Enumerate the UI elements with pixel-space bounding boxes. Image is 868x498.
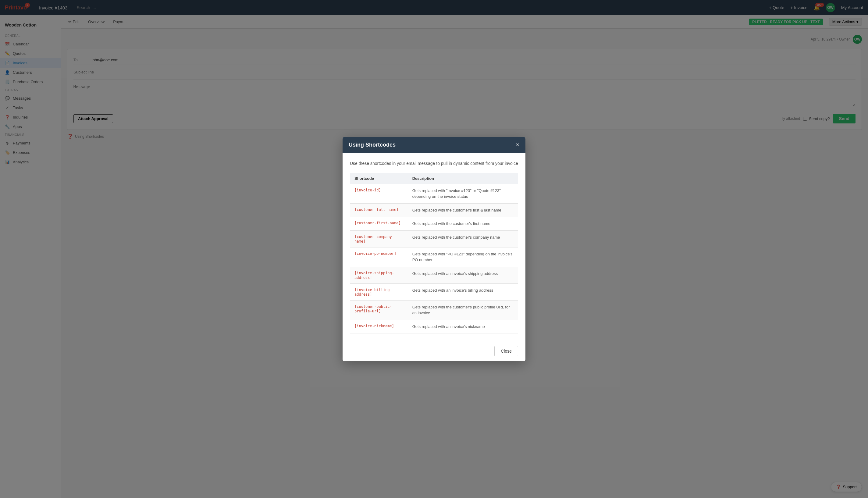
table-row: [invoice-nickname] Gets replaced with an… (350, 320, 518, 333)
shortcodes-table: Shortcode Description [invoice-id] Gets … (350, 173, 518, 334)
modal-header: Using Shortcodes × (343, 137, 525, 153)
shortcode-description: Gets replaced with the customer's first … (408, 203, 518, 217)
table-row: [invoice-po-number] Gets replaced with "… (350, 247, 518, 267)
shortcode-code: [invoice-id] (354, 188, 381, 192)
shortcode-description: Gets replaced with the customer's first … (408, 217, 518, 231)
shortcode-code: [customer-public-profile-url] (354, 304, 392, 313)
shortcode-description: Gets replaced with an invoice's nickname (408, 320, 518, 333)
table-row: [invoice-billing-address] Gets replaced … (350, 284, 518, 300)
table-row: [customer-full-name] Gets replaced with … (350, 203, 518, 217)
table-row: [invoice-shipping-address] Gets replaced… (350, 267, 518, 284)
shortcode-code: [customer-first-name] (354, 221, 401, 225)
shortcode-code: [customer-full-name] (354, 208, 399, 212)
shortcode-code: [invoice-billing-address] (354, 288, 392, 297)
shortcode-col-header: Shortcode (350, 173, 408, 184)
modal-body: Use these shortcodes in your email messa… (343, 153, 525, 341)
shortcode-description: Gets replaced with "Invoice #123" or "Qu… (408, 184, 518, 203)
modal-description: Use these shortcodes in your email messa… (350, 160, 518, 167)
shortcodes-modal: Using Shortcodes × Use these shortcodes … (343, 137, 525, 362)
modal-footer: Close (343, 341, 525, 361)
table-row: [customer-company-name] Gets replaced wi… (350, 231, 518, 247)
shortcode-description: Gets replaced with the customer's compan… (408, 231, 518, 247)
shortcode-description: Gets replaced with an invoice's billing … (408, 284, 518, 300)
shortcode-description: Gets replaced with "PO #123" depending o… (408, 247, 518, 267)
shortcode-code: [customer-company-name] (354, 235, 394, 244)
table-row: [customer-first-name] Gets replaced with… (350, 217, 518, 231)
table-row: [customer-public-profile-url] Gets repla… (350, 300, 518, 320)
table-row: [invoice-id] Gets replaced with "Invoice… (350, 184, 518, 203)
description-col-header: Description (408, 173, 518, 184)
modal-overlay[interactable]: Using Shortcodes × Use these shortcodes … (0, 0, 868, 498)
shortcode-code: [invoice-po-number] (354, 251, 396, 256)
shortcode-description: Gets replaced with an invoice's shipping… (408, 267, 518, 284)
modal-title: Using Shortcodes (348, 142, 396, 148)
close-modal-button[interactable]: Close (494, 346, 518, 356)
shortcode-code: [invoice-nickname] (354, 324, 394, 328)
shortcode-code: [invoice-shipping-address] (354, 271, 394, 280)
modal-close-button[interactable]: × (516, 142, 520, 148)
shortcode-description: Gets replaced with the customer's public… (408, 300, 518, 320)
